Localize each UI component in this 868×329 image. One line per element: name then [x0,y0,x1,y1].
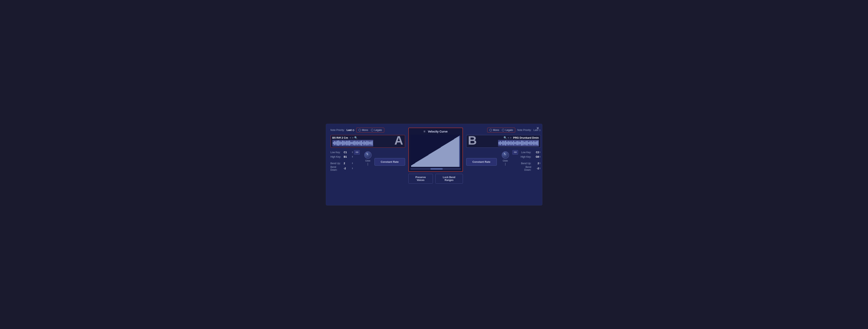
hamburger-icon[interactable]: ≡ [424,130,425,133]
main-panel: ✕ Note Priority: Last ◇ Mono Legato [326,124,542,205]
left-bend-up-value[interactable]: 2 [344,162,351,165]
close-button[interactable]: ✕ [536,126,539,131]
left-radio-group: Mono Legato [356,128,384,133]
right-bend-down-value[interactable]: -2 [531,167,539,170]
right-bend-down-label: Bend Down: [518,166,531,171]
left-constant-rate-button[interactable]: Constant Rate [374,158,405,166]
right-glide-btn-area: Constant Rate Glide [466,151,509,166]
left-low-key-label: Low Key: [331,151,344,154]
right-pattern-row: B 🔍 < > PRG Drunkard Dmin [466,135,541,147]
top-row: Note Priority: Last ◇ Mono Legato [331,128,538,184]
right-constant-rate-button[interactable]: Constant Rate [466,158,497,166]
right-legato-label: Legato [505,129,513,132]
right-mono-label: Mono [493,129,499,132]
left-mono-radio-circle [359,129,361,131]
left-legato-radio-circle [371,129,373,131]
right-bend-down-spinner[interactable]: ⇕ [539,167,541,169]
left-pattern-name: B5 Riff 2 Cm [332,136,348,139]
center-section: ≡ Velocity Curve [405,128,466,184]
left-bend-up-row: Bend Up: 2 ⇕ [331,162,360,165]
left-low-key-value[interactable]: C1 [344,151,351,154]
right-bend-up-spinner[interactable]: ⇕ [539,162,541,164]
right-high-key-label: High Key: [518,156,531,158]
left-bend-up-spinner[interactable]: ⇕ [351,162,353,164]
right-legato-radio-circle [502,129,504,131]
left-mono-radio[interactable]: Mono [359,129,368,132]
right-mono-radio[interactable]: Mono [490,129,499,132]
right-section-letter: B [468,134,477,146]
right-keyboard-icon: ⌨ [513,150,518,155]
right-bend-up-label: Bend Up: [518,162,531,165]
velocity-bars [410,135,461,167]
left-legato-radio[interactable]: Legato [371,129,382,132]
right-glide-knob[interactable] [502,151,509,159]
left-section-letter: A [394,134,403,146]
left-note-priority-value[interactable]: Last ◇ [347,129,354,132]
left-bend-down-row: Bend Down: -2 ⇕ [331,166,360,171]
left-high-key-spinner[interactable]: ⇕ [351,156,353,158]
left-key-controls: Low Key: C1 ⇕ ⌨ High Key: B1 ⇕ Bend Up: … [331,150,360,171]
right-mono-radio-circle [490,129,492,131]
left-mono-label: Mono [362,129,368,132]
left-low-key-spinner[interactable]: ⇕ [351,151,353,153]
left-legato-label: Legato [374,129,382,132]
left-note-priority-label: Note Priority: [331,129,345,132]
velocity-chart-scrollbar-thumb [430,168,443,170]
right-glide-line [505,163,505,166]
left-bend-down-spinner[interactable]: ⇕ [351,167,353,169]
left-glide-line [368,163,368,166]
left-waveform [332,140,373,146]
velocity-chart-scrollbar[interactable] [410,168,461,170]
right-low-key-value[interactable]: C2 [531,151,539,154]
right-low-key-spinner[interactable]: ⇕ [539,151,541,153]
velocity-chart [410,135,461,167]
right-bend-up-row: Bend Up: 2 ⇕ [518,162,541,165]
right-high-key-value[interactable]: G8 [531,156,539,158]
velocity-title: Velocity Curve [428,130,447,133]
left-keyboard-icon: ⌨ [354,150,360,155]
left-bend-down-label: Bend Down: [331,166,344,171]
left-high-key-row: High Key: B1 ⇕ [331,156,360,158]
left-high-key-label: High Key: [331,156,344,158]
center-buttons: Preserve Voices Lock Bend Ranges [408,174,463,184]
right-glide-label: Glide [503,160,508,162]
right-high-key-spinner[interactable]: ⇕ [539,156,541,158]
right-bend-up-value[interactable]: 2 [531,162,539,165]
left-bend-up-label: Bend Up: [331,162,344,165]
right-pattern-name: PRG Drunkard Dmin [513,136,539,139]
left-waveform-bars [332,140,373,146]
right-legato-radio[interactable]: Legato [502,129,513,132]
left-pattern-row: B5 Riff 2 Cm < > 🔍 [331,135,405,147]
left-note-priority-row: Note Priority: Last ◇ Mono Legato [331,128,405,133]
right-radio-group: Mono Legato [487,128,515,133]
left-bend-down-value[interactable]: -2 [344,167,351,170]
velocity-panel: ≡ Velocity Curve [408,128,463,172]
right-waveform-bars [498,140,539,146]
right-low-key-label: Low Key: [518,151,531,154]
left-section: Note Priority: Last ◇ Mono Legato [331,128,405,171]
lock-bend-ranges-button[interactable]: Lock Bend Ranges [435,174,463,184]
right-bend-down-row: Bend Down: -2 ⇕ [518,166,541,171]
left-low-key-row: Low Key: C1 ⇕ ⌨ [331,150,360,155]
right-key-controls: ⌨ Low Key: C2 ⇕ High Key: G8 ⇕ Bend Up: … [512,150,541,171]
left-glide-knob[interactable] [364,151,372,159]
right-section: Mono Legato Note Priority: Last ◇ B 🔍 < … [466,128,541,171]
right-waveform [498,140,539,146]
left-pattern-icons[interactable]: < > 🔍 [350,136,358,139]
left-glide-btn-area: Glide Constant Rate [362,151,405,166]
left-glide-label: Glide [365,160,371,162]
left-high-key-value[interactable]: B1 [344,156,351,158]
velocity-header: ≡ Velocity Curve [410,130,461,133]
right-high-key-row: High Key: G8 ⇕ [518,156,541,158]
right-glide-area: Glide [502,151,509,166]
left-glide-area: Glide [364,151,372,166]
right-pattern-icons[interactable]: 🔍 < > [503,136,511,139]
right-low-key-row: ⌨ Low Key: C2 ⇕ [512,150,541,155]
right-note-priority-row: Mono Legato Note Priority: Last ◇ [487,128,540,133]
right-note-priority-label: Note Priority: [517,129,531,132]
preserve-voices-button[interactable]: Preserve Voices [408,174,433,184]
